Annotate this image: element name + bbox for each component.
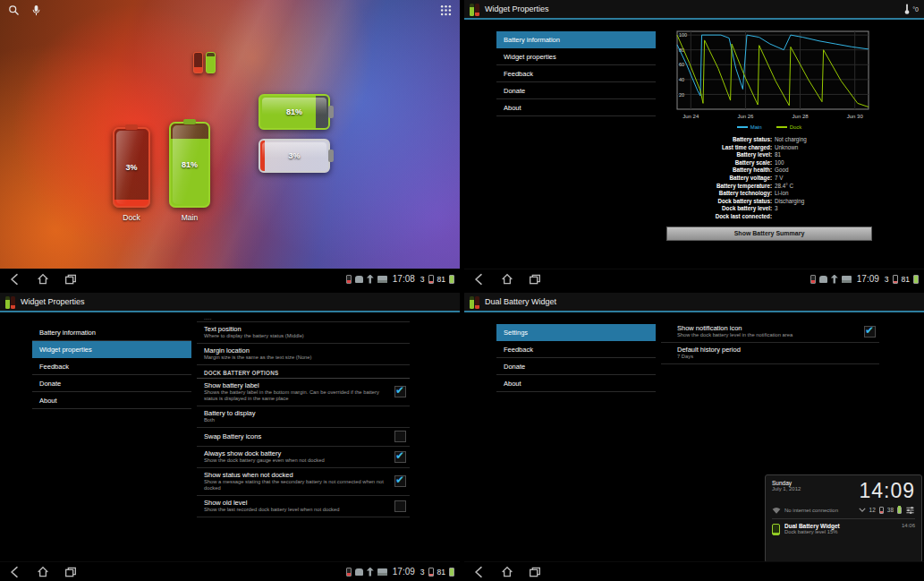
low-battery-status-icon	[346, 275, 352, 284]
menu-item-donate[interactable]: Donate	[496, 358, 656, 375]
main-battery-widget[interactable]: 81%	[169, 122, 210, 208]
page-title: Dual Battery Widget	[485, 297, 556, 306]
menu-item-settings[interactable]: Settings	[496, 324, 656, 341]
connection-status: No internet connection	[784, 508, 838, 513]
settings-menu: Battery information Widget properties Fe…	[32, 324, 191, 560]
dock-battery-percent: 3%	[114, 129, 148, 206]
detail-row: Dock last connected:	[666, 213, 872, 221]
menu-item-about[interactable]: About	[32, 392, 191, 409]
email-status-icon	[842, 276, 852, 283]
pref-partial-item[interactable]: .....	[197, 314, 410, 322]
search-icon[interactable]	[7, 4, 21, 17]
thermometer-icon	[903, 3, 911, 15]
home-button[interactable]	[36, 565, 50, 579]
pref-battery-to-display[interactable]: Battery to displayBoth	[197, 406, 410, 428]
back-button[interactable]	[472, 272, 487, 286]
main-level-status-number: 81	[902, 275, 910, 284]
pref-always-show-dock-battery[interactable]: Always show dock batteryShow the dock ba…	[197, 447, 410, 468]
svg-text:Jun 26: Jun 26	[737, 114, 754, 119]
menu-item-battery-information[interactable]: Battery information	[32, 324, 191, 341]
pref-show-notification-icon[interactable]: Show notification iconShow the dock batt…	[661, 321, 879, 343]
status-icon-cluster[interactable]: 17:09 3 81	[810, 274, 919, 284]
back-button[interactable]	[8, 272, 22, 286]
main-battery-label: Main	[169, 213, 210, 222]
android-status-icon	[355, 276, 363, 283]
menu-item-about[interactable]: About	[496, 375, 656, 392]
menu-item-feedback[interactable]: Feedback	[496, 341, 656, 358]
battery-info-content: Jun 24Jun 26Jun 28Jun 3010080604020 Main…	[666, 29, 872, 267]
menu-item-about[interactable]: About	[496, 99, 656, 116]
shade-dock-battery-icon	[879, 507, 884, 514]
menu-item-battery-information[interactable]: Battery information	[496, 31, 656, 48]
home-button[interactable]	[36, 272, 50, 286]
recents-button[interactable]	[528, 565, 542, 579]
shade-main-battery-icon	[897, 507, 902, 514]
pref-default-history-period[interactable]: Default history period7 Days	[661, 343, 879, 364]
svg-text:Jun 28: Jun 28	[793, 114, 810, 119]
back-button[interactable]	[472, 565, 487, 579]
action-bar: Widget Properties	[0, 293, 460, 312]
screenshot-grid: 3% 81% Dock Main 81% 3%	[0, 0, 924, 581]
show-old-level-checkbox[interactable]	[394, 500, 406, 512]
menu-item-widget-properties[interactable]: Widget properties	[32, 341, 191, 358]
dock-battery-widget[interactable]: 3%	[113, 127, 150, 208]
swap-battery-icons-checkbox[interactable]	[394, 431, 406, 442]
screen-app-settings: Dual Battery Widget Settings Feedback Do…	[464, 293, 924, 581]
microphone-icon[interactable]	[30, 4, 43, 17]
menu-item-donate[interactable]: Donate	[496, 82, 656, 99]
action-bar: Widget Properties °0	[464, 0, 924, 20]
quick-settings-icon[interactable]	[905, 506, 915, 515]
show-status-when-not-docked-checkbox[interactable]	[394, 475, 406, 487]
battery-cap	[328, 106, 334, 118]
show-battery-summary-button[interactable]: Show Battery Summary	[666, 226, 872, 241]
detail-row: Battery level:81	[666, 151, 872, 159]
show-notification-icon-checkbox[interactable]	[864, 326, 876, 337]
show-battery-label-checkbox[interactable]	[394, 386, 406, 397]
status-clock: 17:09	[857, 274, 879, 284]
always-show-dock-battery-checkbox[interactable]	[394, 451, 406, 463]
svg-text:40: 40	[679, 77, 684, 82]
notification-text: Dock battery level 15%	[784, 529, 840, 534]
detail-row: Battery scale:100	[666, 159, 872, 167]
pref-show-status-when-not-docked[interactable]: Show status when not dockedShow a messag…	[197, 468, 410, 496]
dock-battery-status-icon	[428, 275, 434, 284]
caret-down-icon[interactable]	[859, 508, 866, 512]
system-bar	[464, 561, 924, 581]
home-button[interactable]	[500, 565, 514, 579]
status-clock: 17:08	[393, 274, 415, 284]
status-icon-cluster[interactable]: 17:08 3 81	[346, 274, 454, 284]
dock-battery-label: Dock	[113, 213, 150, 222]
detail-row: Battery health:Good	[666, 167, 872, 175]
preferences-list: ..... Text positionWhere to display the …	[197, 314, 410, 560]
small-dock-battery-icon	[193, 52, 203, 73]
pref-show-old-level[interactable]: Show old levelShow the last recorded doc…	[197, 496, 410, 517]
notification-shade[interactable]: Sunday July 1, 2012 14:09 No internet co…	[765, 474, 922, 563]
menu-item-feedback[interactable]: Feedback	[496, 65, 656, 82]
menu-item-feedback[interactable]: Feedback	[32, 358, 191, 375]
temperature-status: °0	[903, 3, 919, 15]
recents-button[interactable]	[64, 565, 78, 579]
small-battery-widget[interactable]	[193, 52, 216, 73]
low-battery-status-icon	[346, 568, 352, 577]
recents-button[interactable]	[528, 272, 542, 286]
svg-text:Jun 30: Jun 30	[847, 114, 864, 119]
horizontal-main-battery-widget[interactable]: 81%	[259, 94, 330, 130]
pref-swap-battery-icons[interactable]: Swap Battery icons	[197, 428, 410, 447]
wallpaper	[0, 0, 460, 288]
detail-row: Dock battery level:3	[666, 205, 872, 213]
pref-margin-location[interactable]: Margin locationMargin size is the same a…	[197, 344, 410, 365]
horizontal-dock-battery-widget[interactable]: 3%	[259, 139, 330, 173]
status-icon-cluster[interactable]: 17:09 3 81	[346, 567, 454, 577]
all-apps-icon[interactable]	[439, 4, 453, 17]
screen-widget-properties: Widget Properties Battery information Wi…	[0, 293, 460, 581]
app-icon	[470, 3, 479, 16]
recents-button[interactable]	[64, 272, 78, 286]
back-button[interactable]	[8, 565, 22, 579]
menu-item-donate[interactable]: Donate	[32, 375, 191, 392]
notification-item[interactable]: Dual Battery Widget Dock battery level 1…	[772, 519, 915, 535]
pref-show-battery-label[interactable]: Show battery labelShows the battery labe…	[197, 379, 410, 406]
pref-text-position[interactable]: Text positionWhere to display the batter…	[197, 322, 410, 344]
home-button[interactable]	[500, 272, 514, 286]
menu-item-widget-properties[interactable]: Widget properties	[496, 48, 656, 65]
screen-home: 3% 81% Dock Main 81% 3%	[0, 0, 460, 288]
